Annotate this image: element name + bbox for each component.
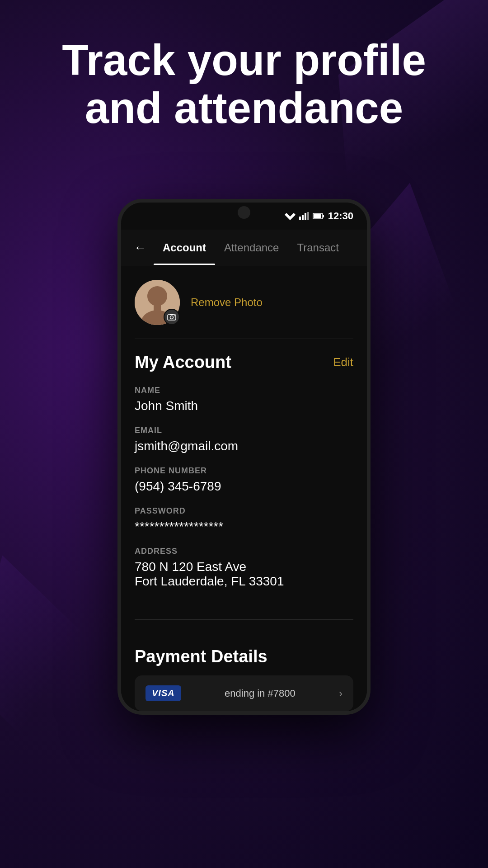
svg-rect-7 [323,215,324,217]
back-button[interactable]: ← [130,230,154,266]
status-icons: 12:30 [285,210,353,222]
phone-content: Remove Photo My Account Edit NAME John S… [121,266,367,711]
bg-shape-2 [0,538,127,792]
section-divider [135,619,353,620]
tab-attendance[interactable]: Attendance [215,231,288,265]
svg-rect-11 [154,305,161,313]
email-label: EMAIL [135,426,353,435]
svg-rect-2 [302,215,304,220]
camera-notch [238,206,250,219]
account-section-title: My Account [135,353,231,372]
field-email: EMAIL jsmith@gmail.com [135,426,353,453]
password-value: ****************** [135,519,353,534]
svg-rect-6 [313,214,321,218]
address-value: 780 N 120 East Ave Fort Lauderdale, FL 3… [135,560,353,589]
field-name: NAME John Smith [135,386,353,413]
navigation-tabs: ← Account Attendance Transact [121,230,367,266]
phone-frame: 12:30 ← Account Attendance Transact [117,199,371,715]
phone-value: (954) 345-6789 [135,479,353,494]
edit-button[interactable]: Edit [333,355,353,369]
payment-section-title: Payment Details [135,647,353,666]
field-phone: PHONE NUMBER (954) 345-6789 [135,466,353,494]
card-ending-text: ending in #7800 [225,688,296,699]
svg-rect-4 [307,212,309,220]
svg-rect-3 [305,213,306,220]
svg-point-15 [174,316,175,316]
phone-mockup: 12:30 ← Account Attendance Transact [117,199,371,715]
chevron-right-icon: › [339,687,343,700]
svg-rect-1 [299,217,301,220]
svg-point-13 [170,316,174,319]
visa-logo: VISA [145,685,181,701]
svg-point-9 [147,286,167,306]
email-value: jsmith@gmail.com [135,439,353,453]
svg-marker-0 [285,213,296,220]
address-label: ADDRESS [135,547,353,556]
remove-photo-button[interactable]: Remove Photo [191,296,263,309]
password-label: PASSWORD [135,506,353,516]
signal-icon [299,212,309,220]
field-password: PASSWORD ****************** [135,506,353,534]
name-value: John Smith [135,399,353,413]
hero-title: Track your profile and attendance [0,36,488,132]
payment-section: Payment Details VISA ending in #7800 › [135,633,353,711]
name-label: NAME [135,386,353,395]
wifi-icon [285,212,296,220]
account-section: My Account Edit NAME John Smith EMAIL js… [135,339,353,615]
field-address: ADDRESS 780 N 120 East Ave Fort Lauderda… [135,547,353,589]
phone-label: PHONE NUMBER [135,466,353,476]
status-bar: 12:30 [121,203,367,230]
profile-section: Remove Photo [135,280,353,339]
payment-card[interactable]: VISA ending in #7800 › [135,675,353,711]
status-time: 12:30 [328,210,353,222]
battery-icon [313,212,324,220]
camera-icon[interactable] [164,309,180,325]
tab-transactions[interactable]: Transact [288,231,347,265]
svg-rect-14 [170,314,174,315]
tab-account[interactable]: Account [154,231,215,265]
avatar-container [135,280,180,325]
account-header: My Account Edit [135,353,353,372]
